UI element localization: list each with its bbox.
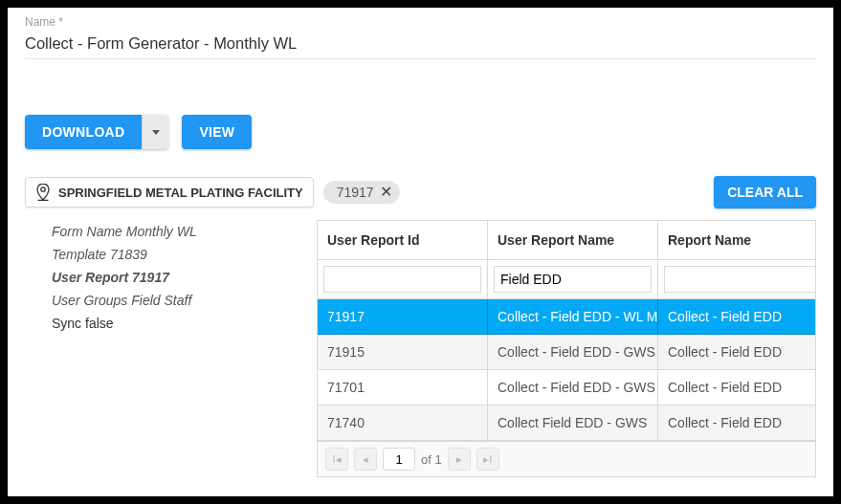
close-icon[interactable]: ✕ xyxy=(380,185,392,200)
pager-first-button[interactable]: I◂ xyxy=(325,448,348,471)
download-dropdown-toggle[interactable] xyxy=(142,115,168,149)
name-input[interactable] xyxy=(25,31,816,59)
svg-point-0 xyxy=(41,187,45,191)
table-cell: 71915 xyxy=(318,335,488,370)
view-button-label: VIEW xyxy=(199,124,234,140)
grid-header-row: User Report Id User Report Name Report N… xyxy=(318,221,815,260)
pager-last-button[interactable]: ▸I xyxy=(476,448,499,471)
col-header-report-name[interactable]: Report Name xyxy=(658,221,816,260)
pager-next-button[interactable]: ▸ xyxy=(448,448,471,471)
name-field-label: Name * xyxy=(25,15,816,31)
table-cell: Collect - Field EDD xyxy=(658,335,816,370)
table-cell: Collect - Field EDD - GWS Quarterly xyxy=(488,335,658,370)
filter-input-user-report-id[interactable] xyxy=(323,266,481,293)
detail-user-report: User Report 71917 xyxy=(52,270,305,285)
reports-grid: User Report Id User Report Name Report N… xyxy=(317,220,816,477)
filter-input-report-name[interactable] xyxy=(664,266,816,293)
detail-sync: Sync false xyxy=(52,316,305,331)
table-cell: Collect - Field EDD xyxy=(658,370,816,405)
table-cell: 71740 xyxy=(318,405,488,441)
app-frame: Name * DOWNLOAD VIEW SPRINGFIELD xyxy=(8,8,833,496)
grid-pager: I◂ ◂ of 1 ▸ ▸I xyxy=(318,441,815,476)
action-bar: DOWNLOAD VIEW xyxy=(25,115,816,149)
map-pin-icon xyxy=(35,184,51,201)
table-row[interactable]: 71740Collect Field EDD - GWSCollect - Fi… xyxy=(318,405,815,441)
table-cell: Collect - Field EDD - GWS xyxy=(488,370,658,405)
pager-prev-button[interactable]: ◂ xyxy=(354,448,377,471)
detail-template: Template 71839 xyxy=(52,247,305,262)
clear-all-label: CLEAR ALL xyxy=(727,185,803,200)
table-cell: 71917 xyxy=(318,299,488,335)
detail-form-name: Form Name Monthly WL xyxy=(52,224,305,239)
table-cell: 71701 xyxy=(318,370,488,405)
grid-filter-row xyxy=(318,260,815,299)
col-header-user-report-name[interactable]: User Report Name xyxy=(488,221,658,260)
table-row[interactable]: 71917Collect - Field EDD - WL MonthlyCol… xyxy=(318,299,815,335)
download-button-label: DOWNLOAD xyxy=(42,124,124,140)
facility-chip-label: SPRINGFIELD METAL PLATING FACILITY xyxy=(58,186,303,200)
clear-all-button[interactable]: CLEAR ALL xyxy=(714,176,816,208)
table-row[interactable]: 71915Collect - Field EDD - GWS Quarterly… xyxy=(318,335,815,370)
details-sidebar: Form Name Monthly WL Template 71839 User… xyxy=(25,220,317,339)
col-header-user-report-id[interactable]: User Report Id xyxy=(318,221,488,260)
table-cell: Collect - Field EDD xyxy=(658,405,816,441)
pager-of-label: of 1 xyxy=(421,452,442,467)
table-cell: Collect - Field EDD - WL Monthly xyxy=(488,299,658,335)
active-filter-pill-label: 71917 xyxy=(337,185,374,200)
download-split-button: DOWNLOAD xyxy=(25,115,168,149)
filter-input-user-report-name[interactable] xyxy=(494,266,652,293)
chevron-down-icon xyxy=(152,130,160,135)
download-button[interactable]: DOWNLOAD xyxy=(25,115,142,149)
detail-user-groups: User Groups Field Staff xyxy=(52,293,305,308)
table-row[interactable]: 71701Collect - Field EDD - GWSCollect - … xyxy=(318,370,815,405)
active-filter-pill[interactable]: 71917 ✕ xyxy=(323,181,400,204)
table-cell: Collect Field EDD - GWS xyxy=(488,405,658,441)
view-button[interactable]: VIEW xyxy=(182,115,252,149)
facility-chip[interactable]: SPRINGFIELD METAL PLATING FACILITY xyxy=(25,177,314,208)
filter-bar: SPRINGFIELD METAL PLATING FACILITY 71917… xyxy=(25,176,816,208)
table-cell: Collect - Field EDD xyxy=(658,299,816,335)
pager-page-input[interactable] xyxy=(383,448,415,471)
content-pane: Form Name Monthly WL Template 71839 User… xyxy=(25,220,816,477)
